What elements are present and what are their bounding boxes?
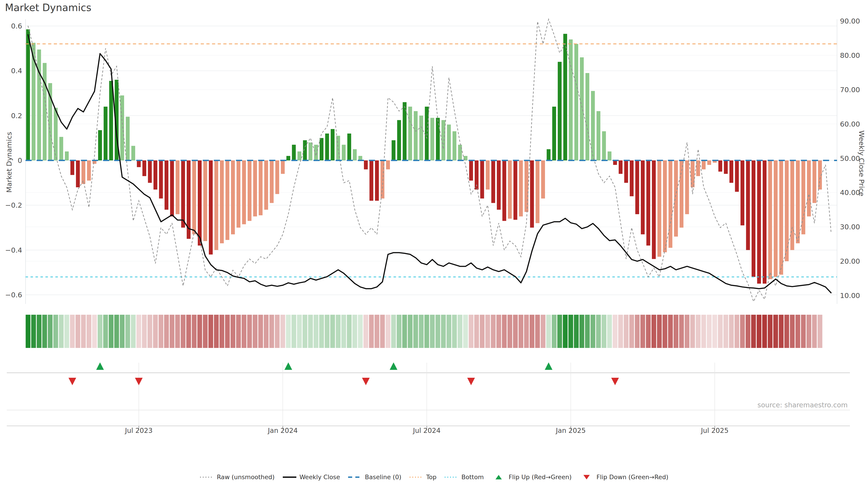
dynamics-bar — [65, 151, 69, 160]
dynamics-bar — [497, 160, 501, 210]
x-axis-tick: Jul 2025 — [690, 427, 740, 434]
heatmap-cell — [807, 315, 811, 348]
heatmap-cell — [817, 315, 822, 348]
y-axis-right-tick: 80.00 — [840, 51, 860, 60]
dynamics-bar — [209, 160, 213, 255]
heatmap-cell — [651, 315, 656, 348]
dynamics-bar — [392, 140, 396, 160]
heatmap-cell — [568, 315, 573, 348]
dynamics-bar — [347, 133, 351, 160]
dynamics-bar — [381, 160, 384, 199]
dynamics-bar — [707, 160, 711, 165]
heatmap-cell — [175, 315, 180, 348]
y-axis-left-tick: −0.2 — [2, 201, 22, 209]
heatmap-cell — [668, 315, 673, 348]
heatmap-cell — [87, 315, 91, 348]
dynamics-bar — [624, 160, 628, 183]
y-axis-right-tick: 70.00 — [840, 86, 860, 94]
legend-item-2[interactable]: Baseline (0) — [348, 474, 401, 481]
dynamics-bar — [364, 160, 368, 169]
heatmap-cell — [291, 315, 296, 348]
dynamics-bar — [430, 118, 434, 160]
dynamics-bar — [619, 160, 622, 174]
dynamics-bar — [220, 160, 224, 243]
dynamics-bar — [785, 160, 789, 261]
heatmap-cell — [264, 315, 269, 348]
dynamics-bar — [198, 160, 202, 246]
heatmap-cell — [751, 315, 756, 348]
legend-item-6[interactable]: Flip Down (Green→Red) — [579, 474, 669, 481]
dynamics-bar — [137, 160, 141, 167]
heatmap-cell — [131, 315, 135, 348]
heatmap-cell — [557, 315, 562, 348]
heatmap-cell — [430, 315, 435, 348]
legend-marker — [199, 474, 214, 480]
dynamics-bar — [547, 149, 551, 160]
heatmap-cell — [580, 315, 584, 348]
y-axis-right-tick: 20.00 — [840, 257, 860, 265]
heatmap-cell — [762, 315, 767, 348]
heatmap-cell — [81, 315, 86, 348]
heatmap-cell — [624, 315, 629, 348]
heatmap-cell — [723, 315, 728, 348]
y-axis-right-tick: 40.00 — [840, 188, 860, 197]
dynamics-bar — [669, 160, 673, 248]
legend-marker — [579, 474, 594, 480]
heatmap-cell — [674, 315, 678, 348]
dynamics-bar — [519, 160, 523, 217]
heatmap-cell — [148, 315, 152, 348]
dynamics-bar — [636, 160, 639, 214]
legend-label: Weekly Close — [300, 474, 340, 481]
heatmap-cell — [413, 315, 418, 348]
dynamics-bar — [514, 160, 518, 220]
legend-item-4[interactable]: Bottom — [444, 474, 484, 481]
dynamics-bar — [602, 131, 606, 160]
dynamics-bar — [685, 160, 689, 214]
legend-marker — [444, 474, 459, 480]
dynamics-bar — [215, 160, 218, 250]
dynamics-bar — [486, 160, 490, 190]
heatmap-cell — [541, 315, 546, 348]
heatmap-cell — [219, 315, 224, 348]
heatmap-cell — [103, 315, 108, 348]
source-note: source: sharemaestro.com — [757, 401, 848, 409]
heatmap-cell — [48, 315, 53, 348]
dynamics-bar — [491, 160, 495, 203]
legend-label: Top — [426, 474, 437, 481]
heatmap-cell — [696, 315, 701, 348]
dynamics-bar — [298, 151, 301, 160]
x-axis-tick: Jan 2024 — [258, 427, 308, 434]
dynamics-bar — [591, 91, 595, 160]
heatmap-cell — [613, 315, 618, 348]
heatmap-cell — [64, 315, 69, 348]
dynamics-bar — [353, 149, 357, 160]
heatmap-cell — [502, 315, 507, 348]
legend-item-5[interactable]: Flip Up (Red→Green) — [491, 474, 572, 481]
dynamics-bar — [641, 160, 645, 234]
legend-item-3[interactable]: Top — [409, 474, 437, 481]
heatmap-cell — [629, 315, 634, 348]
heatmap-cell — [563, 315, 567, 348]
dynamics-bar — [630, 160, 633, 196]
dynamics-bar — [774, 160, 778, 277]
heatmap-cell — [779, 315, 784, 348]
heatmap-cell — [702, 315, 706, 348]
dynamics-bar — [757, 160, 761, 284]
heatmap-cell — [530, 315, 534, 348]
heatmap-cell — [209, 315, 213, 348]
heatmap-cell — [242, 315, 246, 348]
y-axis-left-tick: 0.2 — [2, 111, 22, 120]
y-axis-right-tick: 50.00 — [840, 154, 860, 163]
flip-down-marker — [362, 378, 370, 385]
heatmap-cell — [31, 315, 36, 348]
heatmap-cell — [447, 315, 452, 348]
heatmap-cell — [685, 315, 689, 348]
legend-item-1[interactable]: Weekly Close — [282, 474, 340, 481]
dynamics-bar — [458, 145, 462, 160]
legend-item-0[interactable]: Raw (unsmoothed) — [199, 474, 275, 481]
y-axis-left-tick: 0.4 — [2, 66, 22, 75]
dynamics-bar — [259, 160, 263, 215]
heatmap-cell — [375, 315, 379, 348]
dynamics-bar — [563, 34, 567, 160]
heatmap-cell — [635, 315, 640, 348]
